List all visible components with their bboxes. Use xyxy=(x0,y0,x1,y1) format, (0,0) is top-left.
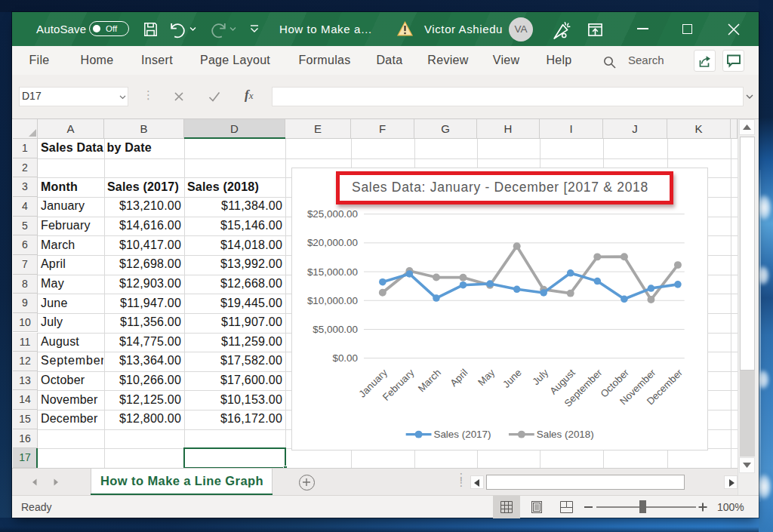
svg-text:$0.00: $0.00 xyxy=(332,352,358,364)
svg-text:$25,000.00: $25,000.00 xyxy=(307,208,358,220)
svg-text:$5,000.00: $5,000.00 xyxy=(313,324,358,335)
svg-text:May: May xyxy=(476,367,497,388)
svg-text:Sales (2017): Sales (2017) xyxy=(433,429,491,440)
svg-text:$15,000.00: $15,000.00 xyxy=(307,266,358,278)
svg-text:June: June xyxy=(500,367,524,390)
svg-text:April: April xyxy=(448,367,470,389)
svg-text:March: March xyxy=(416,367,443,394)
svg-text:$20,000.00: $20,000.00 xyxy=(307,237,358,248)
svg-text:July: July xyxy=(530,367,550,387)
svg-text:$10,000.00: $10,000.00 xyxy=(307,295,358,306)
svg-text:Sales (2018): Sales (2018) xyxy=(537,429,594,440)
